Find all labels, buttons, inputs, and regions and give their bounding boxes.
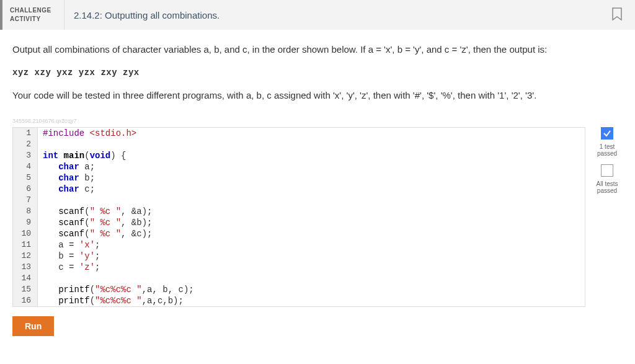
test-status-column: 1 testpassed All testspassed xyxy=(592,127,623,194)
code-line: 10 scanf(" %c ", &c); xyxy=(13,228,585,239)
description-paragraph-1: Output all combinations of character var… xyxy=(12,42,623,57)
code-line: 1 #include <stdio.h> xyxy=(13,128,585,139)
description-paragraph-2: Your code will be tested in three differ… xyxy=(12,88,623,103)
code-line: 15 printf("%c%c%c ",a, b, c); xyxy=(13,284,585,295)
line-number: 10 xyxy=(13,228,38,239)
line-number: 5 xyxy=(13,172,38,184)
code-line: 16 printf("%c%c%c ",a,c,b); xyxy=(13,295,585,306)
all-tests-passed-label: All testspassed xyxy=(596,180,618,194)
challenge-title: 2.14.2: Outputting all combinations. xyxy=(64,0,611,30)
one-test-passed-check-icon xyxy=(601,127,613,140)
code-line: 14 xyxy=(13,273,585,284)
code-line: 2 xyxy=(13,139,585,150)
code-line: 12 b = 'y'; xyxy=(13,251,585,262)
line-number: 3 xyxy=(13,150,38,161)
line-number: 1 xyxy=(13,128,38,139)
code-line: 9 scanf(" %c ", &b); xyxy=(13,217,585,228)
code-line: 7 xyxy=(13,195,585,206)
line-number: 13 xyxy=(13,262,38,273)
all-tests-passed-box-icon xyxy=(601,164,613,177)
one-test-passed-label: 1 testpassed xyxy=(597,143,617,157)
code-editor[interactable]: 1 #include <stdio.h> 2 3 int main(void) … xyxy=(12,127,585,307)
example-output: xyz xzy yxz yzx zxy zyx xyxy=(12,66,623,79)
bookmark-icon xyxy=(611,7,623,23)
line-number: 16 xyxy=(13,295,38,306)
line-number: 11 xyxy=(13,239,38,251)
line-number: 7 xyxy=(13,195,38,206)
challenge-label-line2: ACTIVITY xyxy=(10,15,56,24)
code-line: 3 int main(void) { xyxy=(13,150,585,161)
run-button[interactable]: Run xyxy=(12,316,54,336)
watermark-id: 345598.2104676.qx3zqy7 xyxy=(0,118,635,127)
problem-description: Output all combinations of character var… xyxy=(0,30,635,118)
line-number: 2 xyxy=(13,139,38,150)
line-number: 15 xyxy=(13,284,38,295)
code-line: 11 a = 'x'; xyxy=(13,239,585,251)
code-line: 5 char b; xyxy=(13,172,585,184)
challenge-activity-label: CHALLENGE ACTIVITY xyxy=(2,0,64,30)
line-number: 14 xyxy=(13,273,38,284)
line-number: 6 xyxy=(13,184,38,195)
code-line: 8 scanf(" %c ", &a); xyxy=(13,206,585,217)
challenge-label-line1: CHALLENGE xyxy=(10,6,56,15)
line-number: 12 xyxy=(13,251,38,262)
line-number: 4 xyxy=(13,161,38,172)
workspace: 1 #include <stdio.h> 2 3 int main(void) … xyxy=(0,127,635,307)
code-line: 6 char c; xyxy=(13,184,585,195)
challenge-header: CHALLENGE ACTIVITY 2.14.2: Outputting al… xyxy=(0,0,635,30)
code-line: 4 char a; xyxy=(13,161,585,172)
line-number: 9 xyxy=(13,217,38,228)
bookmark-button[interactable] xyxy=(611,0,635,30)
line-number: 8 xyxy=(13,206,38,217)
code-line: 13 c = 'z'; xyxy=(13,262,585,273)
